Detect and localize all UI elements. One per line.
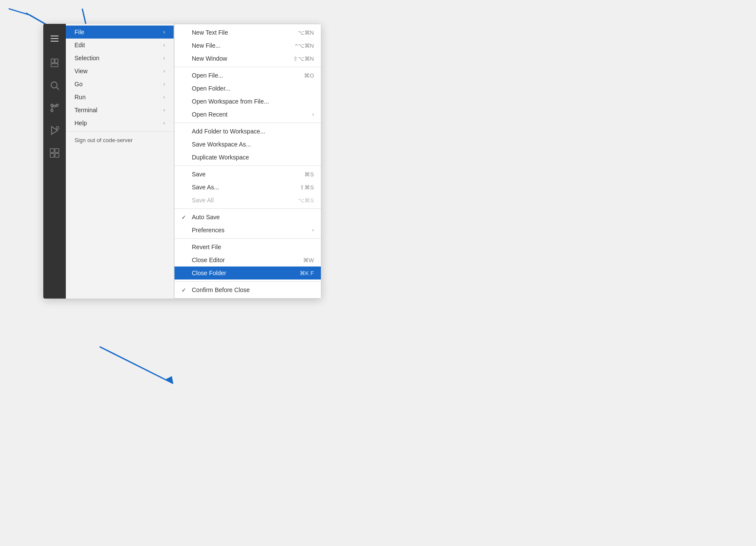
file-chevron: › [163,29,165,35]
menu-divider-1 [66,131,174,132]
submenu-save[interactable]: Save ⌘S [174,168,321,181]
submenu-open-file[interactable]: Open File... ⌘O [174,69,321,82]
submenu-save-workspace-as[interactable]: Save Workspace As... [174,138,321,151]
menu-bar: File › Edit › Selection › View › Go › [66,24,174,299]
submenu-open-recent[interactable]: Open Recent › [174,108,321,121]
submenu-divider-2 [174,123,321,123]
svg-line-4 [9,9,30,15]
menu-item-file[interactable]: File › [66,26,174,39]
svg-rect-12 [51,64,58,67]
menu-item-terminal[interactable]: Terminal › [66,104,174,117]
run-chevron: › [163,94,165,100]
extensions-button[interactable] [43,142,66,164]
submenu-save-as[interactable]: Save As... ⇧⌘S [174,181,321,194]
submenu-divider-6 [174,281,321,282]
go-chevron: › [163,81,165,87]
open-recent-chevron: › [312,111,314,117]
menu-item-go[interactable]: Go › [66,78,174,91]
svg-rect-20 [50,149,54,153]
submenu-close-folder[interactable]: Close Folder ⌘K F [174,266,321,280]
submenu-divider-3 [174,166,321,166]
svg-line-15 [57,88,59,90]
submenu-divider-1 [174,67,321,67]
submenu-close-editor[interactable]: Close Editor ⌘W [174,254,321,266]
submenu-new-window[interactable]: New Window ⇧⌥⌘N [174,52,321,65]
terminal-chevron: › [163,107,165,113]
svg-rect-22 [50,153,54,157]
help-chevron: › [163,120,165,126]
submenu-add-folder[interactable]: Add Folder to Workspace... [174,125,321,138]
submenu-new-file[interactable]: New File... ^⌥⌘N [174,39,321,52]
svg-line-6 [100,347,173,384]
selection-chevron: › [163,55,165,61]
explorer-button[interactable] [43,52,66,74]
menu-item-selection[interactable]: Selection › [66,52,174,65]
menu-item-run[interactable]: Run › [66,91,174,104]
activity-bar [43,24,66,299]
ui-container: File › Edit › Selection › View › Go › [43,24,321,299]
hamburger-menu-button[interactable] [43,27,66,50]
submenu-preferences[interactable]: Preferences › [174,224,321,237]
sign-out-item[interactable]: Sign out of code-server [66,133,174,147]
menu-item-edit[interactable]: Edit › [66,39,174,52]
submenu-confirm-before-close[interactable]: ✓ Confirm Before Close [174,283,321,296]
edit-chevron: › [163,42,165,48]
submenu-divider-4 [174,208,321,209]
svg-rect-11 [51,59,54,63]
run-debug-button[interactable] [43,119,66,142]
svg-rect-23 [55,153,59,157]
svg-rect-13 [55,59,58,63]
submenu-duplicate-workspace[interactable]: Duplicate Workspace [174,151,321,164]
source-control-button[interactable] [43,97,66,119]
svg-marker-7 [166,376,173,384]
menu-item-view[interactable]: View › [66,65,174,78]
page-wrapper: File › Edit › Selection › View › Go › [0,0,756,546]
submenu-new-text-file[interactable]: New Text File ⌥⌘N [174,26,321,39]
submenu-open-folder[interactable]: Open Folder... [174,82,321,95]
search-button[interactable] [43,74,66,97]
svg-point-16 [51,110,53,112]
arrow-close-folder [87,342,208,399]
submenu-save-all[interactable]: Save All ⌥⌘S [174,194,321,207]
view-chevron: › [163,68,165,74]
submenu-divider-5 [174,238,321,239]
preferences-chevron: › [312,227,314,233]
svg-point-14 [51,82,57,88]
submenu-open-workspace[interactable]: Open Workspace from File... [174,95,321,108]
menu-item-help[interactable]: Help › [66,117,174,130]
submenu-file: New Text File ⌥⌘N New File... ^⌥⌘N New W… [174,24,321,299]
svg-rect-21 [55,149,59,153]
submenu-auto-save[interactable]: ✓ Auto Save [174,211,321,224]
svg-point-17 [56,104,58,107]
submenu-revert-file[interactable]: Revert File [174,240,321,254]
svg-point-19 [56,127,59,129]
